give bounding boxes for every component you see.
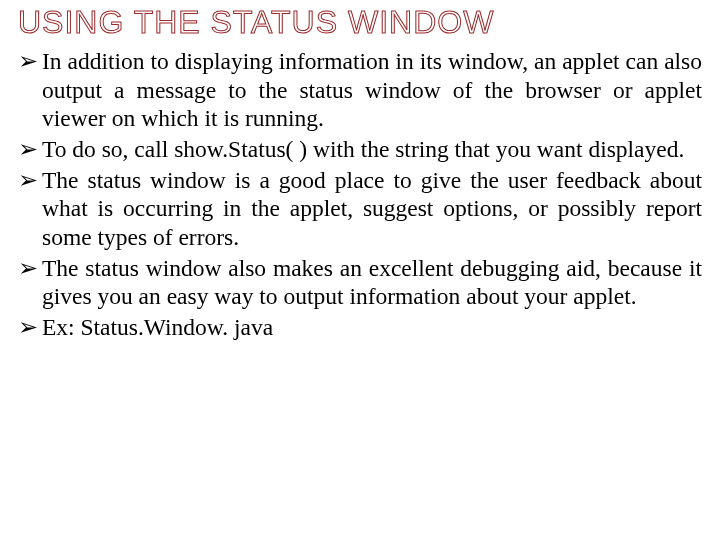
- list-item-text: In addition to displaying information in…: [42, 48, 702, 131]
- list-item: ➢To do so, call show.Status( ) with the …: [18, 135, 702, 164]
- list-item-text: The status window also makes an excellen…: [42, 255, 702, 310]
- bullet-icon: ➢: [18, 135, 42, 164]
- list-item-text: Ex: Status.Window. java: [42, 314, 273, 340]
- list-item-text: The status window is a good place to giv…: [42, 167, 702, 250]
- list-item: ➢Ex: Status.Window. java: [18, 313, 702, 342]
- slide: USING THE STATUS WINDOW ➢In addition to …: [0, 0, 720, 540]
- list-item: ➢The status window also makes an excelle…: [18, 254, 702, 311]
- list-item: ➢The status window is a good place to gi…: [18, 166, 702, 252]
- list-item: ➢In addition to displaying information i…: [18, 47, 702, 133]
- body-text: ➢In addition to displaying information i…: [18, 47, 702, 342]
- bullet-icon: ➢: [18, 47, 42, 76]
- bullet-icon: ➢: [18, 254, 42, 283]
- slide-title: USING THE STATUS WINDOW: [18, 4, 702, 41]
- bullet-icon: ➢: [18, 166, 42, 195]
- bullet-icon: ➢: [18, 313, 42, 342]
- list-item-text: To do so, call show.Status( ) with the s…: [42, 136, 684, 162]
